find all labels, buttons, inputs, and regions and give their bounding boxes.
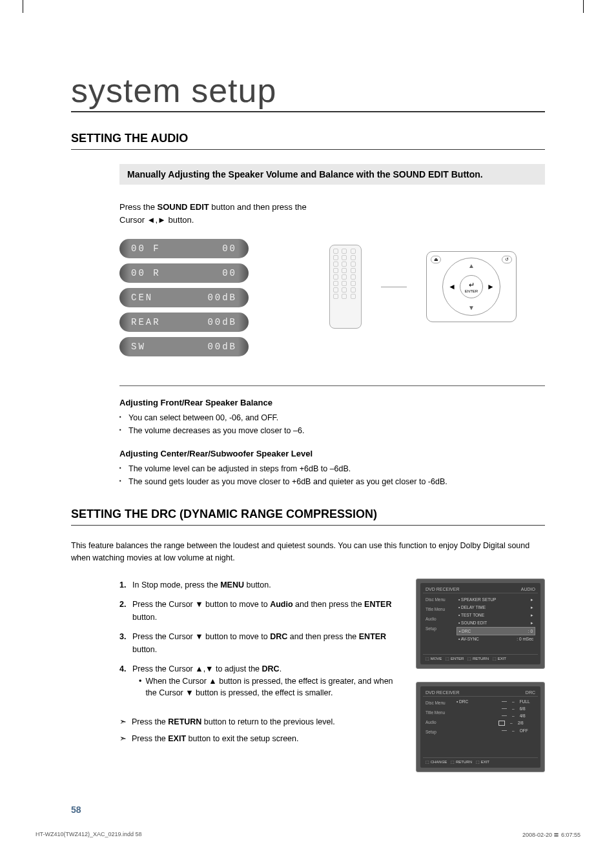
- enter-button: ENTER: [460, 275, 483, 298]
- intro-paragraph: This feature balances the range between …: [71, 540, 545, 564]
- page-title: system setup: [71, 71, 545, 112]
- divider: [119, 385, 545, 386]
- footer-date: 2008-02-20 〓 6:07:55: [522, 831, 580, 839]
- dpad: ▲ ▼ ◄ ► ENTER: [442, 258, 500, 316]
- list-item: You can select between 00, -06, and OFF.: [119, 411, 545, 424]
- text: Press the: [119, 202, 158, 212]
- adjust-heading: Adjusting Center/Rear/Subwoofer Speaker …: [119, 449, 545, 458]
- button-icon: ⏏: [431, 256, 441, 263]
- note-item: Press the EXIT button to exit the setup …: [119, 732, 403, 745]
- osd-drc-menu: DVD RECEIVERDRC Disc Menu Title Menu Aud…: [416, 682, 545, 772]
- step-item: 1. In Stop mode, press the MENU button.: [119, 579, 403, 591]
- lcd-row: 00 R00: [119, 263, 249, 283]
- arrow-icon: [119, 715, 127, 728]
- bullet-list: You can select between 00, -06, and OFF.…: [119, 411, 545, 437]
- dpad-container: ⏏ ↺ ▲ ▼ ◄ ► ENTER: [426, 251, 517, 322]
- remote-diagram: ⏏ ↺ ▲ ▼ ◄ ► ENTER: [329, 201, 517, 373]
- lcd-row: REAR00dB: [119, 313, 249, 332]
- step-item: 4. Press the Cursor ▲,▼ to adjust the DR…: [119, 662, 403, 700]
- bullet-list: The volume level can be adjusted in step…: [119, 462, 545, 488]
- note-item: Press the RETURN button to return to the…: [119, 715, 403, 728]
- instruction-text: Press the SOUND EDIT button and then pre…: [119, 201, 313, 373]
- subheading-sound-edit: Manually Adjusting the Speaker Volume an…: [119, 164, 545, 185]
- crop-marks: [0, 0, 616, 19]
- osd-audio-menu: DVD RECEIVERAUDIO Disc Menu Title Menu A…: [416, 579, 545, 669]
- text-bold: SOUND EDIT: [158, 202, 209, 212]
- page-number: 58: [71, 805, 545, 815]
- arrow-icon: [119, 732, 127, 745]
- button-icon: ↺: [502, 256, 512, 263]
- lcd-row: 00 F00: [119, 239, 249, 258]
- section-heading-drc: SETTING THE DRC (DYNAMIC RANGE COMPRESSI…: [71, 508, 545, 526]
- lcd-row: CEN00dB: [119, 288, 249, 307]
- step-item: 3. Press the Cursor ▼ button to move to …: [119, 630, 403, 656]
- step-item: 2. Press the Cursor ▼ button to move to …: [119, 598, 403, 624]
- remote-body: [329, 245, 362, 329]
- list-item: The sound gets louder as you move closer…: [119, 475, 545, 488]
- dpad-right-icon: ►: [487, 282, 495, 291]
- footer-file: HT-WZ410(TWZ412)_XAC_0219.indd 58: [36, 831, 142, 839]
- adjust-heading: Adjusting Front/Rear Speaker Balance: [119, 398, 545, 407]
- lcd-row: SW00dB: [119, 337, 249, 356]
- section-heading-audio: SETTING THE AUDIO: [71, 132, 545, 150]
- footer-meta: HT-WZ410(TWZ412)_XAC_0219.indd 58 2008-0…: [36, 831, 580, 839]
- dpad-up-icon: ▲: [468, 262, 475, 269]
- dpad-left-icon: ◄: [448, 282, 456, 291]
- dpad-down-icon: ▼: [468, 304, 475, 311]
- list-item: The volume decreases as you move closer …: [119, 424, 545, 437]
- list-item: The volume level can be adjusted in step…: [119, 462, 545, 475]
